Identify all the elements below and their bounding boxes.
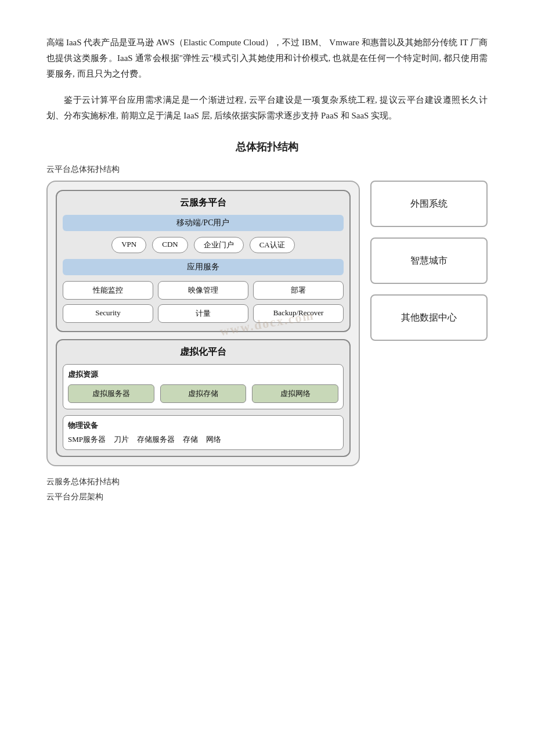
phys-devices-title: 物理设备 xyxy=(68,420,338,431)
vpn-item-1: CDN xyxy=(152,237,187,253)
phys-device-0: SMP服务器 xyxy=(68,434,106,445)
vpn-item-2: 企业门户 xyxy=(194,237,244,253)
vpn-item-3: CA认证 xyxy=(250,237,295,253)
cloud-service-title: 云服务平台 xyxy=(63,197,344,209)
virt-title: 虚拟化平台 xyxy=(63,346,344,358)
right-box-1: 智慧城市 xyxy=(370,237,488,284)
page-content: 高端 IaaS 代表产品是亚马逊 AWS（Elastic Compute Clo… xyxy=(46,35,488,502)
virt-resource-2: 虚拟网络 xyxy=(252,384,338,403)
phys-device-3: 存储 xyxy=(183,434,198,445)
vpn-row: VPN CDN 企业门户 CA认证 xyxy=(63,237,344,253)
right-box-2: 其他数据中心 xyxy=(370,294,488,341)
right-box-0: 外围系统 xyxy=(370,181,488,227)
phys-device-4: 网络 xyxy=(206,434,221,445)
phys-device-2: 存储服务器 xyxy=(137,434,175,445)
diagram-wrapper: www.docx.com 云服务平台 移动端/PC用户 VPN CDN 企业门户… xyxy=(46,181,488,466)
caption-top: 云平台总体拓扑结构 xyxy=(46,164,488,175)
paragraph-2: 鉴于云计算平台应用需求满足是一个渐进过程, 云平台建设是一项复杂系统工程, 提议… xyxy=(46,92,488,124)
bottom-captions: 云服务总体拓扑结构 云平台分层架构 xyxy=(46,477,488,502)
virt-resource-items: 虚拟服务器 虚拟存储 虚拟网络 xyxy=(68,384,338,403)
phys-devices: 物理设备 SMP服务器 刀片 存储服务器 存储 网络 xyxy=(63,415,344,450)
cloud-service-section: 云服务平台 移动端/PC用户 VPN CDN 企业门户 CA认证 应用服务 映像… xyxy=(56,190,351,332)
virt-resource-0: 虚拟服务器 xyxy=(68,384,154,403)
mgmt-grid: 映像管理 部署 性能监控 Security 计量 Backup/Recover xyxy=(63,281,344,323)
vpn-item-0: VPN xyxy=(111,237,146,253)
mobile-bar: 移动端/PC用户 xyxy=(63,215,344,231)
mgmt-item-0: 映像管理 xyxy=(158,281,248,300)
virt-resources: 虚拟资源 虚拟服务器 虚拟存储 虚拟网络 xyxy=(63,364,344,409)
virt-section: 虚拟化平台 虚拟资源 虚拟服务器 虚拟存储 虚拟网络 物理设备 SMP服务器 刀… xyxy=(56,339,351,457)
right-boxes: 外围系统 智慧城市 其他数据中心 xyxy=(370,181,488,341)
phys-device-1: 刀片 xyxy=(114,434,129,445)
bottom-caption-1: 云平台分层架构 xyxy=(46,492,488,502)
mgmt-item-5: Backup/Recover xyxy=(253,304,344,323)
cloud-platform-box: 云服务平台 移动端/PC用户 VPN CDN 企业门户 CA认证 应用服务 映像… xyxy=(46,181,360,466)
paragraph-1: 高端 IaaS 代表产品是亚马逊 AWS（Elastic Compute Clo… xyxy=(46,35,488,82)
app-service-bar: 应用服务 xyxy=(63,259,344,275)
mgmt-item-1: 部署 xyxy=(253,281,344,300)
mgmt-item-2: 性能监控 xyxy=(63,281,153,300)
mgmt-item-3: Security xyxy=(63,304,153,323)
section-title: 总体拓扑结构 xyxy=(46,140,488,154)
phys-devices-items: SMP服务器 刀片 存储服务器 存储 网络 xyxy=(68,434,338,445)
virt-resource-1: 虚拟存储 xyxy=(160,384,247,403)
virt-resources-title: 虚拟资源 xyxy=(68,369,338,380)
mgmt-item-4: 计量 xyxy=(158,304,248,323)
bottom-caption-0: 云服务总体拓扑结构 xyxy=(46,477,488,487)
